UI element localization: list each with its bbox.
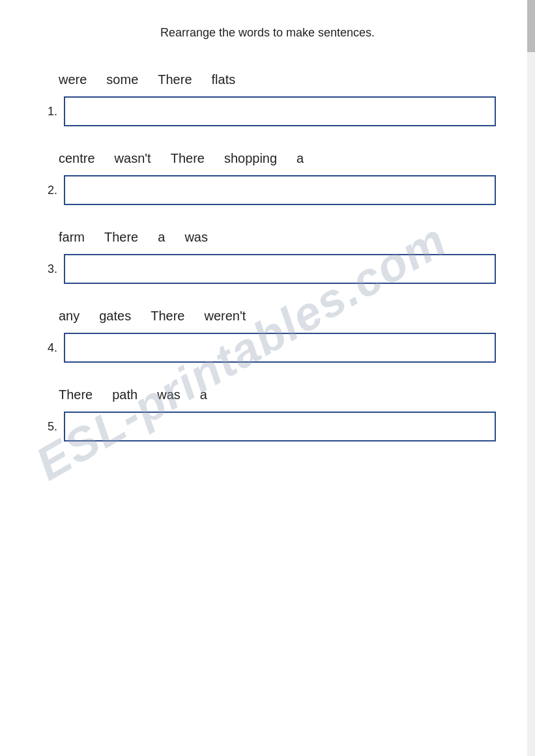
exercise-block-2: centrewasn'tThereshoppinga2.: [39, 151, 496, 205]
word-3-0: farm: [59, 230, 85, 245]
word-4-2: There: [151, 309, 184, 324]
answer-row-4: 4.: [39, 333, 496, 363]
page-title: Rearrange the words to make sentences.: [39, 26, 496, 40]
word-4-0: any: [59, 309, 80, 324]
answer-number-1: 1.: [39, 105, 57, 119]
word-4-1: gates: [99, 309, 131, 324]
word-2-2: There: [171, 151, 205, 166]
words-row-4: anygatesThereweren't: [39, 309, 496, 324]
word-3-1: There: [104, 230, 138, 245]
exercise-block-4: anygatesThereweren't4.: [39, 309, 496, 363]
word-3-3: was: [184, 230, 208, 245]
answer-row-5: 5.: [39, 412, 496, 441]
exercise-block-1: weresomeThereflats1.: [39, 72, 496, 126]
words-row-1: weresomeThereflats: [39, 72, 496, 87]
word-1-3: flats: [212, 72, 236, 87]
exercise-block-3: farmThereawas3.: [39, 230, 496, 284]
answer-box-2[interactable]: [64, 175, 496, 205]
answer-row-1: 1.: [39, 96, 496, 126]
answer-row-2: 2.: [39, 175, 496, 205]
word-2-0: centre: [59, 151, 95, 166]
answer-number-3: 3.: [39, 262, 57, 276]
exercises-container: weresomeThereflats1.centrewasn'tTheresho…: [39, 72, 496, 441]
word-4-3: weren't: [204, 309, 246, 324]
words-row-2: centrewasn'tThereshoppinga: [39, 151, 496, 166]
word-1-1: some: [106, 72, 138, 87]
word-5-2: was: [157, 387, 181, 402]
answer-number-4: 4.: [39, 341, 57, 355]
exercise-block-5: Therepathwasa5.: [39, 387, 496, 441]
answer-box-1[interactable]: [64, 96, 496, 126]
answer-number-5: 5.: [39, 420, 57, 434]
answer-box-3[interactable]: [64, 254, 496, 284]
word-1-0: were: [59, 72, 87, 87]
word-2-1: wasn't: [115, 151, 151, 166]
word-2-4: a: [296, 151, 304, 166]
words-row-5: Therepathwasa: [39, 387, 496, 402]
words-row-3: farmThereawas: [39, 230, 496, 245]
answer-row-3: 3.: [39, 254, 496, 284]
word-5-1: path: [112, 387, 137, 402]
word-1-2: There: [158, 72, 192, 87]
answer-box-5[interactable]: [64, 412, 496, 441]
page-container: Rearrange the words to make sentences. w…: [0, 0, 535, 756]
answer-box-4[interactable]: [64, 333, 496, 363]
word-5-0: There: [59, 387, 93, 402]
answer-number-2: 2.: [39, 184, 57, 197]
scroll-thumb: [527, 0, 535, 52]
word-3-2: a: [158, 230, 165, 245]
word-2-3: shopping: [224, 151, 277, 166]
scroll-indicator: [527, 0, 535, 756]
word-5-3: a: [200, 387, 207, 402]
